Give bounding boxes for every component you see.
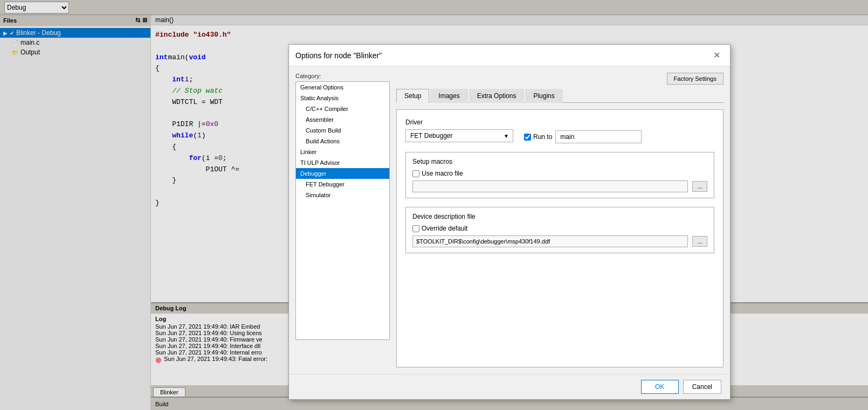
override-default-checkbox[interactable]	[412, 225, 419, 232]
category-item-custom-build[interactable]: Custom Build	[296, 125, 389, 136]
category-item-simulator[interactable]: Simulator	[296, 190, 389, 200]
device-desc-section: Device description file Override default…	[405, 207, 714, 253]
run-to-group: Run to	[524, 130, 642, 143]
device-browse-button[interactable]: ...	[692, 236, 707, 247]
run-to-checkbox-label[interactable]: Run to	[524, 133, 552, 141]
run-to-checkbox[interactable]	[524, 134, 531, 141]
tab-images[interactable]: Images	[430, 89, 467, 103]
category-item-general[interactable]: General Options	[296, 82, 389, 93]
device-desc-input-row: ...	[412, 235, 707, 247]
category-item-debugger[interactable]: Debugger	[296, 168, 389, 179]
tab-bar: Setup Images Extra Options Plugins	[396, 89, 724, 103]
category-item-linker[interactable]: Linker	[296, 147, 389, 157]
setup-macros-title: Setup macros	[412, 158, 707, 165]
driver-section: Driver FET Debugger Simulator	[405, 119, 714, 143]
run-to-col: Run to	[524, 130, 642, 143]
macro-file-input[interactable]	[412, 180, 688, 192]
tab-plugins[interactable]: Plugins	[525, 89, 562, 103]
override-default-label[interactable]: Override default	[412, 225, 467, 232]
dialog-footer: OK Cancel	[289, 374, 730, 399]
run-to-label: Run to	[533, 133, 552, 141]
device-desc-input[interactable]	[412, 235, 688, 247]
override-default-text: Override default	[422, 225, 467, 232]
category-list: General Options Static Analysis C/C++ Co…	[295, 81, 390, 340]
device-desc-title: Device description file	[412, 213, 707, 220]
macro-checkbox-row: Use macro file	[412, 170, 707, 177]
category-item-ti-ulp[interactable]: TI ULP Advisor	[296, 157, 389, 168]
setup-macros-section: Setup macros Use macro file ...	[405, 152, 714, 198]
driver-label: Driver	[405, 119, 513, 126]
dialog-titlebar: Options for node "Blinker" ✕	[289, 45, 730, 66]
driver-select[interactable]: FET Debugger Simulator	[405, 129, 513, 142]
override-default-row: Override default	[412, 225, 707, 232]
category-item-fet-debugger[interactable]: FET Debugger	[296, 179, 389, 190]
content-area: Driver FET Debugger Simulator	[396, 109, 724, 367]
use-macro-file-label[interactable]: Use macro file	[412, 170, 463, 177]
run-to-input[interactable]	[555, 130, 642, 143]
macro-input-row: ...	[412, 180, 707, 192]
dialog-title: Options for node "Blinker"	[295, 51, 382, 60]
ok-button[interactable]: OK	[641, 380, 679, 394]
cancel-button[interactable]: Cancel	[683, 380, 721, 394]
category-item-assembler[interactable]: Assembler	[296, 114, 389, 125]
options-dialog: Options for node "Blinker" ✕ Category: G…	[288, 44, 731, 400]
dialog-body: Category: General Options Static Analysi…	[289, 66, 730, 374]
macro-browse-button[interactable]: ...	[692, 181, 707, 192]
category-item-cpp[interactable]: C/C++ Compiler	[296, 103, 389, 114]
category-item-static[interactable]: Static Analysis	[296, 93, 389, 103]
factory-settings-bar: Factory Settings	[396, 73, 724, 85]
use-macro-file-checkbox[interactable]	[412, 170, 419, 177]
category-panel: Category: General Options Static Analysi…	[295, 73, 390, 367]
dialog-overlay: Options for node "Blinker" ✕ Category: G…	[0, 0, 868, 410]
right-panel: Factory Settings Setup Images Extra Opti…	[396, 73, 724, 367]
driver-dropdown-wrapper: FET Debugger Simulator	[405, 129, 513, 142]
category-item-build-actions[interactable]: Build Actions	[296, 136, 389, 147]
category-label: Category:	[295, 73, 390, 79]
tab-setup[interactable]: Setup	[396, 89, 429, 103]
use-macro-file-text: Use macro file	[422, 170, 463, 177]
tab-extra-options[interactable]: Extra Options	[469, 89, 525, 103]
driver-col: Driver FET Debugger Simulator	[405, 119, 513, 142]
dialog-close-button[interactable]: ✕	[710, 49, 724, 61]
factory-settings-button[interactable]: Factory Settings	[667, 73, 724, 85]
